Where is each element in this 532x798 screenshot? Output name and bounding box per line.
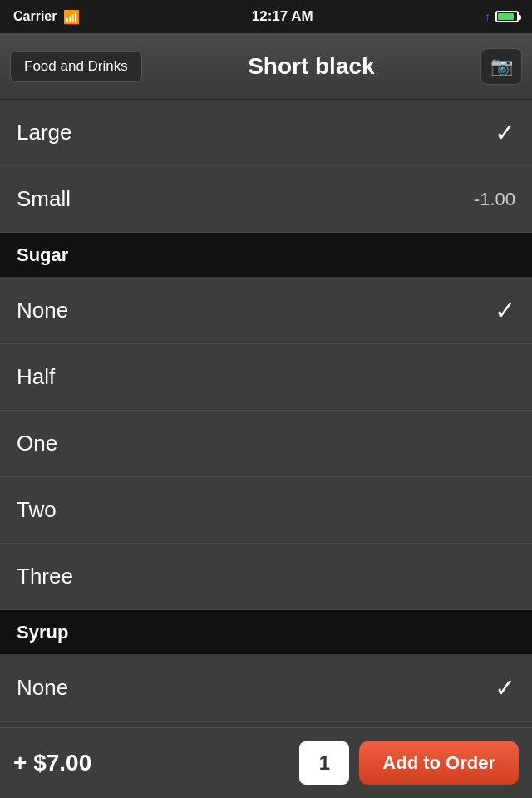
row-value-small: -1.00 — [474, 189, 515, 210]
row-label-none-syrup: None — [17, 675, 495, 701]
checkmark-large: ✓ — [495, 118, 515, 147]
row-label-one: One — [17, 431, 515, 456]
add-to-order-button[interactable]: Add to Order — [359, 741, 519, 785]
battery-icon — [495, 11, 519, 22]
list-item[interactable]: None ✓ — [0, 655, 532, 722]
nav-title: Short black — [142, 53, 480, 80]
row-label-small: Small — [17, 186, 474, 212]
section-header-sugar: Sugar — [0, 233, 532, 278]
checkmark-none-sugar: ✓ — [495, 296, 515, 325]
row-label-three: Three — [17, 564, 515, 589]
section-header-label: Sugar — [17, 244, 68, 266]
checkmark-none-syrup: ✓ — [495, 673, 515, 702]
list-item[interactable]: Half — [0, 344, 532, 411]
list-item[interactable]: Small -1.00 — [0, 166, 532, 233]
list-item[interactable]: Three — [0, 544, 532, 610]
status-bar: Carrier 📶 12:17 AM ↑ — [0, 0, 532, 33]
location-icon: ↑ — [485, 10, 490, 23]
camera-button[interactable]: 📷 — [480, 48, 522, 85]
carrier-label: Carrier — [13, 9, 57, 24]
list-item[interactable]: None ✓ — [0, 278, 532, 344]
section-header-syrup: Syrup — [0, 610, 532, 655]
camera-icon: 📷 — [490, 56, 513, 77]
section-header-syrup-label: Syrup — [17, 622, 68, 643]
quantity-display[interactable]: 1 — [299, 741, 349, 785]
status-right: ↑ — [485, 10, 519, 23]
wifi-icon: 📶 — [63, 9, 80, 25]
row-label-half: Half — [17, 364, 515, 390]
price-label: + $7.00 — [13, 750, 289, 776]
row-label-large: Large — [17, 120, 495, 145]
list-item[interactable]: Large ✓ — [0, 100, 532, 166]
content-area: Large ✓ Small -1.00 Sugar None ✓ Half On… — [0, 100, 532, 761]
status-time: 12:17 AM — [252, 8, 313, 25]
back-button[interactable]: Food and Drinks — [10, 51, 142, 82]
list-item[interactable]: One — [0, 411, 532, 477]
list-item[interactable]: Two — [0, 477, 532, 544]
row-label-none-sugar: None — [17, 298, 495, 323]
nav-bar: Food and Drinks Short black 📷 — [0, 33, 532, 100]
bottom-bar: + $7.00 1 Add to Order — [0, 727, 532, 798]
status-left: Carrier 📶 — [13, 9, 80, 25]
row-label-two: Two — [17, 497, 515, 523]
